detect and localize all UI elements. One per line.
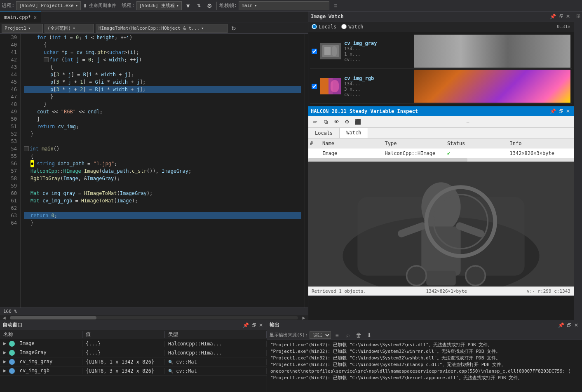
- code-line-50: }: [24, 115, 301, 123]
- close-icon[interactable]: ✕: [565, 14, 571, 19]
- right-panel: Image Watch 📌 🗗 ✕ Locals Watch 0.31×: [308, 12, 574, 320]
- h-scroll-thumb[interactable]: [10, 316, 96, 319]
- code-content[interactable]: for (int i = 0; i < height; ++i) { uchar…: [21, 34, 305, 307]
- halcon-export-icon[interactable]: ⬛: [353, 117, 363, 127]
- output-scroll-icon[interactable]: ⬇: [365, 331, 374, 340]
- code-line-56: ● string data_path = "1.jpg";: [24, 160, 301, 167]
- code-line-44: p[3 * j] = B[i * width + j];: [24, 71, 301, 78]
- auto-pin-icon[interactable]: 📌: [242, 322, 250, 328]
- watch-radio[interactable]: Watch: [341, 24, 363, 30]
- tab-close-icon[interactable]: ×: [33, 14, 37, 21]
- stack-settings-icon[interactable]: ≡: [331, 1, 340, 10]
- output-close-icon[interactable]: ✕: [573, 322, 580, 328]
- output-pin-icon[interactable]: 📌: [557, 322, 566, 328]
- separator2: [216, 2, 217, 10]
- halcon-table-row-image[interactable]: Image HalconCpp::HImage ✔ 1342×826×3×byt…: [308, 148, 574, 158]
- project-selector[interactable]: Project1 ▾: [2, 24, 43, 33]
- code-line-57: HalconCpp::HImage Image(data_path.c_str(…: [24, 167, 301, 175]
- dock-icon[interactable]: 🗗: [557, 14, 565, 19]
- output-line-6: "Project1.exe"(Win32): 已加载 "C:\Windows\S…: [270, 375, 579, 381]
- function-label: HImageToMat(HalconCpp::HObject & t...: [99, 26, 199, 31]
- chevron-down-icon: ▾: [75, 3, 78, 8]
- output-dock-icon[interactable]: 🗗: [566, 322, 573, 328]
- output-line-1: "Project1.exe"(Win32): 已加载 "C:\Windows\S…: [270, 342, 579, 348]
- halcon-copy-icon[interactable]: ⧉: [321, 117, 331, 127]
- halcon-pin-icon[interactable]: 📌: [549, 108, 557, 114]
- output-content[interactable]: "Project1.exe"(Win32): 已加载 "C:\Windows\S…: [267, 340, 582, 392]
- h-scroll-track[interactable]: [10, 316, 298, 319]
- halcon-pencil-icon[interactable]: ✏: [310, 117, 320, 127]
- image-watch-panel: Image Watch 📌 🗗 ✕ Locals Watch 0.31×: [308, 12, 574, 106]
- output-source-select[interactable]: 调试: [310, 331, 331, 339]
- halcon-gear-icon[interactable]: ⚙: [342, 117, 352, 127]
- expand-icon2[interactable]: ▶: [3, 350, 6, 355]
- svg-point-18: [407, 266, 427, 286]
- code-line-58: Rgb1ToGray(Image, &ImageGray);: [24, 175, 301, 182]
- h-scrollbar[interactable]: ◀ ▶: [0, 315, 308, 320]
- scope-selector[interactable]: (全局范围) ▾: [45, 24, 94, 33]
- auto-col-type: 类型: [165, 331, 267, 338]
- tab-main-cpp[interactable]: main.cpp* ×: [0, 12, 41, 23]
- code-line-64: }: [24, 219, 301, 227]
- svg-rect-17: [426, 271, 456, 286]
- halcon-close-icon[interactable]: ✕: [565, 108, 571, 114]
- output-clear-icon[interactable]: 🗑: [354, 331, 363, 340]
- img-gray-checkbox[interactable]: [312, 49, 317, 54]
- auto-close-icon[interactable]: ✕: [258, 322, 264, 328]
- img-rgb-info: cv_img_rgb 134... 3 x... cv:...: [344, 75, 411, 97]
- img-gray-name: cv_img_gray: [344, 40, 411, 46]
- auto-panel-content[interactable]: 名称 值 类型 ▶ Image {...} HalconCpp::HIma...…: [0, 330, 267, 392]
- expand-icon[interactable]: ▶: [3, 340, 6, 346]
- auto-panel-title: 自动窗口: [2, 322, 242, 329]
- halcon-tab-watch[interactable]: Watch: [340, 128, 368, 138]
- fold-btn-54[interactable]: −: [24, 146, 29, 151]
- pin-icon[interactable]: 📌: [549, 14, 557, 19]
- auto-row-cv-rgb-type: 🔍 cv::Mat: [165, 368, 267, 374]
- output-filter-icon[interactable]: ≡: [333, 331, 342, 340]
- image-row-gray[interactable]: cv_img_gray 134... 1 x... cv:...: [310, 34, 572, 69]
- code-editor[interactable]: 39 40 41 42 43 44 45 46 47 48 49 50 51 5…: [0, 34, 308, 307]
- output-search-icon[interactable]: ⌕: [343, 331, 352, 340]
- image-watch-content[interactable]: cv_img_gray 134... 1 x... cv:...: [308, 32, 574, 106]
- img-rgb-meta1: 134...: [344, 81, 411, 87]
- settings-icon[interactable]: ⚙: [205, 1, 214, 10]
- expand-icon4[interactable]: ▶: [3, 368, 6, 373]
- refresh-icon[interactable]: ↻: [229, 24, 238, 33]
- image-watch-title: Image Watch: [311, 14, 549, 19]
- function-selector[interactable]: HImageToMat(HalconCpp::HObject & t... ▾: [96, 24, 228, 33]
- sort-icon[interactable]: ⇅: [194, 1, 203, 10]
- halcon-tab-locals[interactable]: Locals: [308, 128, 340, 138]
- auto-row-imagegray-type: HalconCpp::HIma...: [165, 350, 267, 356]
- left-panel: main.cpp* × Project1 ▾ (全局范围) ▾ HImageTo…: [0, 12, 308, 320]
- auto-row-cv-gray[interactable]: ▶ cv_img_gray {UINT8, 1 x 1342 x 826} 🔍 …: [0, 357, 267, 366]
- process-selector[interactable]: [95592] Project1.exe ▾: [16, 1, 81, 10]
- halcon-h-scrollbar[interactable]: [308, 158, 574, 162]
- bottom-area: 自动窗口 📌 🗗 ✕ 名称 值 类型 ▶ Image {...} HalconC…: [0, 320, 582, 392]
- fold-btn-42[interactable]: −: [44, 57, 49, 62]
- halcon-coords: 1342×826×1×byte: [426, 289, 467, 294]
- halcon-tab-bar: Locals Watch: [308, 128, 574, 138]
- auto-row-cv-rgb[interactable]: ▶ cv_img_rgb {UINT8, 3 x 1342 x 826} 🔍 c…: [0, 366, 267, 376]
- row-status: ✔: [447, 150, 510, 156]
- halcon-dock-icon[interactable]: 🗗: [557, 108, 565, 114]
- auto-row-image[interactable]: ▶ Image {...} HalconCpp::HIma...: [0, 339, 267, 348]
- locals-label: Locals: [319, 24, 336, 30]
- locals-radio[interactable]: Locals: [312, 24, 336, 30]
- image-row-rgb[interactable]: cv_img_rgb 134... 3 x... cv:...: [310, 69, 572, 104]
- halcon-watch-icon[interactable]: 👁: [331, 117, 341, 127]
- auto-row-imagegray[interactable]: ▶ ImageGray {...} HalconCpp::HIma...: [0, 348, 267, 357]
- filter-icon[interactable]: ▼: [183, 1, 192, 10]
- process-label: 进程:: [2, 2, 14, 9]
- auto-row-imagegray-value: {...}: [82, 350, 165, 356]
- img-gray-meta2: 1 x...: [344, 52, 411, 57]
- radio-group: Locals Watch: [312, 24, 363, 30]
- stack-selector[interactable]: main ▾: [239, 1, 329, 10]
- expand-icon3[interactable]: ▶: [3, 359, 6, 364]
- chevron-down-icon2: ▾: [176, 3, 179, 8]
- stack-value: main: [242, 3, 253, 8]
- auto-dock-icon[interactable]: 🗗: [250, 322, 258, 328]
- thread-selector[interactable]: [95036] 主线程 ▾: [136, 1, 182, 10]
- img-rgb-checkbox[interactable]: [312, 84, 317, 89]
- stack-label: 堆栈帧:: [219, 2, 237, 9]
- auto-row-cv-gray-name: ▶ cv_img_gray: [0, 359, 82, 365]
